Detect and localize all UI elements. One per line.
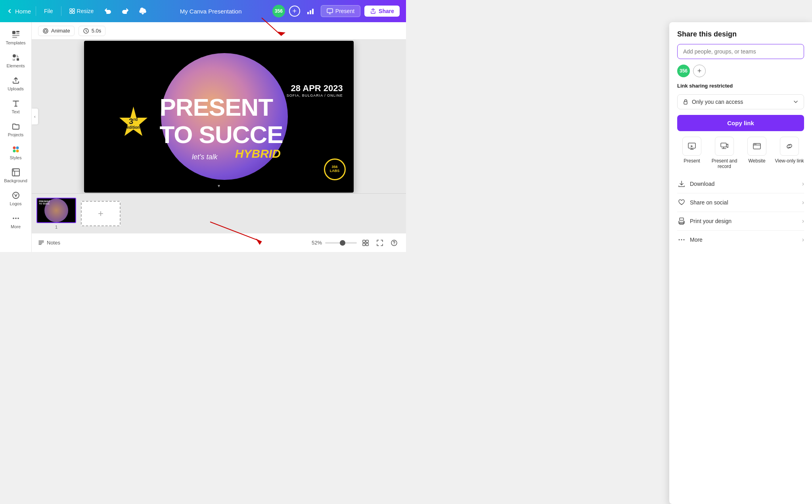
slide-date: 28 APR 2023 xyxy=(287,83,343,94)
uploads-label: Uploads xyxy=(8,86,23,91)
slide-thumb-1[interactable]: PRESENTTO SUCC xyxy=(36,198,76,223)
svg-point-24 xyxy=(17,218,19,219)
animate-label: Animate xyxy=(51,28,70,34)
background-label: Background xyxy=(4,178,27,183)
svg-rect-12 xyxy=(12,37,17,38)
svg-rect-31 xyxy=(366,243,368,246)
slide-edition-text: 3rd edition xyxy=(127,117,140,130)
projects-icon xyxy=(11,122,20,131)
redo-button[interactable] xyxy=(119,6,132,17)
cloud-icon xyxy=(139,7,147,15)
sidebar-item-background[interactable]: Background xyxy=(2,165,30,186)
present-button[interactable]: Present xyxy=(321,5,360,17)
svg-point-25 xyxy=(43,29,48,33)
resize-button[interactable]: Resize xyxy=(66,6,97,16)
slide-edition-badge: 3rd edition xyxy=(117,106,150,141)
nav-right-group: 356 + Present Share xyxy=(272,5,400,17)
canvas-area: ‹ › PRESENT TO SUCCE let's talk HYBRID 2… xyxy=(32,40,406,193)
user-avatar[interactable]: 356 xyxy=(272,5,285,17)
notes-button[interactable]: Notes xyxy=(38,240,60,246)
zoom-percentage: 52% xyxy=(312,240,322,246)
sidebar-item-elements[interactable]: Elements xyxy=(2,50,30,71)
sidebar-item-uploads[interactable]: Uploads xyxy=(2,73,30,94)
projects-label: Projects xyxy=(8,132,24,137)
svg-rect-3 xyxy=(73,11,75,13)
sidebar-item-templates[interactable]: Templates xyxy=(2,27,30,48)
styles-icon xyxy=(11,145,20,154)
sidebar-item-text[interactable]: Text xyxy=(2,96,30,117)
sidebar-item-styles[interactable]: Styles xyxy=(2,142,30,163)
slide-text-present: PRESENT xyxy=(159,95,273,120)
add-collaborator-button[interactable]: + xyxy=(289,6,300,17)
scroll-left-button[interactable]: ‹ xyxy=(32,109,38,124)
analytics-button[interactable] xyxy=(304,6,317,17)
sidebar-item-more[interactable]: More xyxy=(2,211,30,232)
elements-label: Elements xyxy=(7,63,25,68)
svg-rect-28 xyxy=(363,240,365,242)
analytics-icon xyxy=(306,7,314,15)
slide-canvas[interactable]: PRESENT TO SUCCE let's talk HYBRID 28 AP… xyxy=(84,41,354,193)
zoom-slider[interactable] xyxy=(325,242,357,244)
share-button-label: Share xyxy=(379,8,394,14)
svg-point-33 xyxy=(394,244,395,244)
svg-point-16 xyxy=(16,147,19,149)
home-label: Home xyxy=(15,8,31,15)
slide-date-box: 28 APR 2023 SOFIA, BULGARIA / ONLINE xyxy=(287,83,343,97)
logos-label: Logos xyxy=(10,201,22,206)
animate-button[interactable]: Animate xyxy=(38,26,75,36)
slide-text-succeed: TO SUCCE xyxy=(159,122,283,147)
fullscreen-icon xyxy=(377,240,383,246)
present-button-label: Present xyxy=(335,8,354,14)
grid-view-button[interactable] xyxy=(360,237,371,248)
share-button[interactable]: Share xyxy=(364,6,400,17)
svg-rect-7 xyxy=(327,9,333,13)
nav-divider-2 xyxy=(61,6,61,16)
resize-label: Resize xyxy=(77,8,94,14)
main-layout: Templates Elements Uploads Text Projects… xyxy=(0,22,406,252)
slide-text-hybrid: HYBRID xyxy=(235,147,281,160)
sidebar-item-projects[interactable]: Projects xyxy=(2,119,30,140)
undo-button[interactable] xyxy=(102,6,114,17)
svg-rect-2 xyxy=(70,11,72,13)
templates-label: Templates xyxy=(6,40,25,45)
duration-button[interactable]: 5.0s xyxy=(79,26,106,36)
undo-icon xyxy=(104,7,112,15)
svg-rect-1 xyxy=(73,9,75,11)
svg-point-13 xyxy=(13,54,16,57)
svg-rect-30 xyxy=(363,243,365,246)
background-icon xyxy=(11,168,20,177)
filmstrip: PRESENTTO SUCC 1 + xyxy=(32,193,406,233)
animate-icon xyxy=(42,28,49,34)
bottom-bar: Notes 52% xyxy=(32,233,406,252)
file-button[interactable]: File xyxy=(41,6,56,16)
logos-icon xyxy=(11,191,20,200)
zoom-thumb[interactable] xyxy=(340,240,345,246)
redo-icon xyxy=(121,7,129,15)
slide-thumb-item-1[interactable]: PRESENTTO SUCC 1 xyxy=(36,198,76,229)
zoom-controls: 52% xyxy=(312,237,400,248)
svg-point-20 xyxy=(13,170,14,171)
svg-point-23 xyxy=(15,218,17,219)
sidebar-item-logos[interactable]: Logos xyxy=(2,188,30,209)
svg-rect-6 xyxy=(312,9,314,14)
svg-rect-29 xyxy=(366,240,368,242)
styles-label: Styles xyxy=(10,155,22,160)
help-button[interactable] xyxy=(389,237,400,248)
present-icon xyxy=(327,8,333,14)
uploads-icon xyxy=(11,76,20,85)
svg-rect-9 xyxy=(16,31,19,32)
svg-rect-10 xyxy=(16,33,19,34)
svg-rect-14 xyxy=(17,58,19,61)
fullscreen-button[interactable] xyxy=(374,237,385,248)
cloud-save-button[interactable] xyxy=(136,6,149,17)
more-label: More xyxy=(11,224,21,229)
notes-label: Notes xyxy=(47,240,60,246)
left-sidebar: Templates Elements Uploads Text Projects… xyxy=(0,22,32,252)
canvas-scroll-down: ▾ xyxy=(218,183,220,189)
add-slide-button[interactable]: + xyxy=(81,201,121,226)
top-nav: Home File Resize My Canva Presentation 3… xyxy=(0,0,406,22)
nav-divider xyxy=(36,6,36,16)
home-button[interactable]: Home xyxy=(6,8,31,15)
share-icon xyxy=(370,8,376,14)
svg-rect-5 xyxy=(310,10,311,14)
